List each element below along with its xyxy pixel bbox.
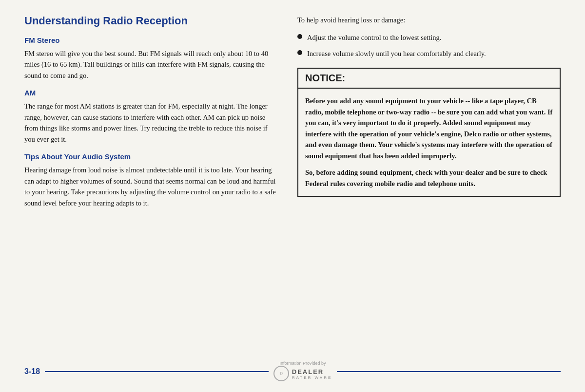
footer-line-container: 3-18 Information Provided by D DEALER RA… [24, 361, 561, 382]
right-column: To help avoid hearing loss or damage: Ad… [297, 15, 561, 349]
footer-line-left [45, 371, 269, 372]
dealer-name: DEALER [292, 368, 332, 375]
bullet-text-2: Increase volume slowly until you hear co… [307, 48, 486, 59]
notice-body: Before you add any sound equipment to yo… [298, 89, 560, 196]
page-number: 3-18 [24, 367, 40, 376]
right-intro: To help avoid hearing loss or damage: [297, 15, 561, 25]
list-item: Increase volume slowly until you hear co… [297, 48, 561, 59]
tips-title: Tips About Your Audio System [24, 152, 278, 161]
info-provided-label: Information Provided by [279, 361, 326, 366]
footer-area: 3-18 Information Provided by D DEALER RA… [24, 359, 561, 382]
page-main-title: Understanding Radio Reception [24, 15, 278, 27]
notice-paragraph-1: Before you add any sound equipment to yo… [305, 95, 553, 161]
am-body: The range for most AM stations is greate… [24, 101, 278, 145]
dealer-text-block: DEALER RATER WARE [292, 368, 332, 380]
list-item: Adjust the volume control to the lowest … [297, 32, 561, 43]
notice-paragraph-2: So, before adding sound equipment, check… [305, 167, 553, 189]
fm-stereo-title: FM Stereo [24, 36, 278, 44]
bullet-dot [297, 34, 302, 39]
tips-body: Hearing damage from loud noise is almost… [24, 165, 278, 208]
bullet-text-1: Adjust the volume control to the lowest … [307, 32, 441, 43]
bullet-dot [297, 50, 302, 55]
footer-line-right [337, 371, 561, 372]
footer-watermark-area: Information Provided by D DEALER RATER W… [273, 361, 332, 382]
am-title: AM [24, 89, 278, 97]
dealer-logo: D DEALER RATER WARE [273, 366, 332, 382]
page-container: Understanding Radio Reception FM Stereo … [0, 0, 585, 392]
content-area: Understanding Radio Reception FM Stereo … [24, 15, 561, 349]
circle-logo-inner: D [280, 372, 283, 376]
circle-logo: D [273, 366, 289, 381]
notice-box: NOTICE: Before you add any sound equipme… [297, 68, 561, 197]
left-column: Understanding Radio Reception FM Stereo … [24, 15, 278, 349]
fm-stereo-body: FM stereo will give you the best sound. … [24, 48, 278, 81]
bullet-list: Adjust the volume control to the lowest … [297, 32, 561, 59]
notice-header: NOTICE: [298, 69, 560, 89]
notice-title: NOTICE: [305, 73, 345, 83]
dealer-sub: RATER WARE [292, 375, 332, 380]
